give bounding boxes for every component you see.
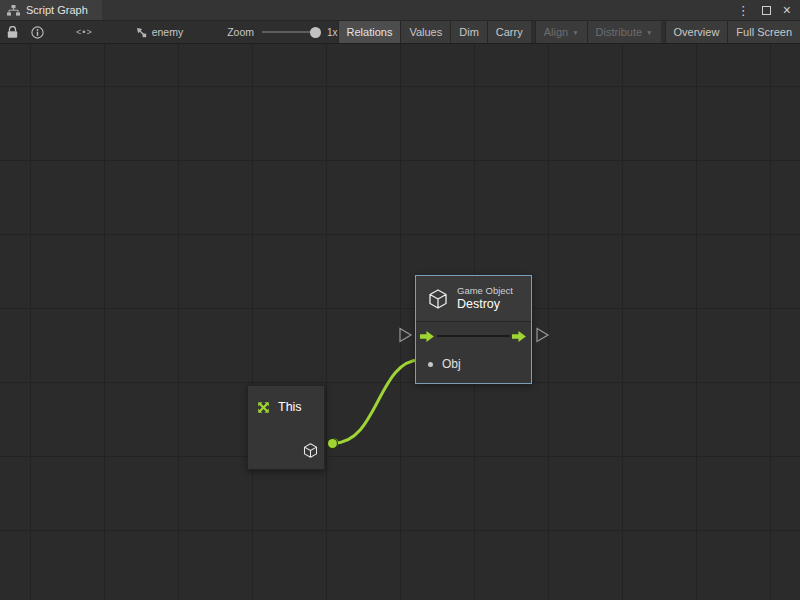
align-label: Align: [544, 26, 568, 38]
graph-canvas[interactable]: Game Object Destroy Obj: [0, 44, 800, 600]
this-output-port[interactable]: [328, 439, 337, 448]
node-this[interactable]: This: [247, 385, 325, 470]
obj-input-port[interactable]: [428, 362, 433, 367]
control-input-arrow-icon[interactable]: [420, 330, 435, 343]
distribute-label: Distribute: [596, 26, 642, 38]
tab-title: Script Graph: [26, 4, 88, 16]
relation-line: [437, 335, 510, 337]
dim-toggle[interactable]: Dim: [450, 21, 487, 43]
graph-tab-icon: [7, 5, 20, 16]
window-controls: ⋮ ×: [737, 3, 800, 17]
node-category: Game Object: [457, 285, 513, 297]
destroy-node-header[interactable]: Game Object Destroy: [416, 276, 531, 322]
destroy-input-row: Obj: [416, 353, 531, 375]
node-title: Destroy: [457, 297, 513, 313]
obj-port-label: Obj: [442, 357, 461, 371]
destroy-control-row: [416, 322, 531, 350]
this-unit-icon: [253, 396, 274, 417]
code-icon[interactable]: <•>: [76, 27, 93, 37]
full-screen-button[interactable]: Full Screen: [727, 21, 800, 43]
distribute-dropdown[interactable]: Distribute ▼: [587, 21, 661, 43]
zoom-slider-knob[interactable]: [310, 27, 321, 38]
relations-toggle[interactable]: Relations: [338, 21, 401, 43]
carry-toggle[interactable]: Carry: [487, 21, 531, 43]
node-destroy[interactable]: Game Object Destroy Obj: [415, 275, 532, 384]
toolbar-buttons: Relations Values Dim Carry Align ▼ Distr…: [338, 21, 800, 43]
destroy-node-titles: Game Object Destroy: [457, 285, 513, 313]
control-output-arrow-icon[interactable]: [512, 330, 527, 343]
destroy-control-output-triangle[interactable]: [537, 329, 548, 342]
this-output-cube-icon: [303, 443, 318, 458]
window-menu-icon[interactable]: ⋮: [737, 4, 750, 17]
graph-toolbar: <•> enemy Zoom 1x Relations Values Dim C…: [0, 21, 800, 44]
title-bar: Script Graph ⋮ ×: [0, 0, 800, 21]
zoom-slider[interactable]: [262, 31, 318, 33]
dropdown-arrow-icon: ▼: [572, 29, 578, 36]
connection-wire[interactable]: [334, 360, 420, 443]
values-toggle[interactable]: Values: [400, 21, 450, 43]
node-title: This: [278, 400, 302, 414]
connection-layer: [0, 44, 800, 600]
this-node-header[interactable]: This: [248, 386, 324, 428]
info-icon[interactable]: [31, 26, 44, 39]
zoom-value: 1x: [327, 27, 338, 38]
tab-script-graph[interactable]: Script Graph: [0, 0, 102, 20]
align-dropdown[interactable]: Align ▼: [535, 21, 587, 43]
lock-icon[interactable]: [7, 26, 18, 39]
close-icon[interactable]: ×: [783, 3, 791, 17]
overview-button[interactable]: Overview: [665, 21, 728, 43]
graph-pointer-icon: [135, 26, 147, 38]
zoom-label: Zoom: [227, 26, 254, 38]
dropdown-arrow-icon: ▼: [646, 29, 652, 36]
maximize-icon[interactable]: [762, 6, 771, 15]
destroy-control-input-triangle[interactable]: [400, 329, 411, 342]
graph-breadcrumb[interactable]: enemy: [135, 26, 184, 38]
game-object-cube-icon: [428, 289, 448, 309]
graph-name: enemy: [152, 26, 184, 38]
